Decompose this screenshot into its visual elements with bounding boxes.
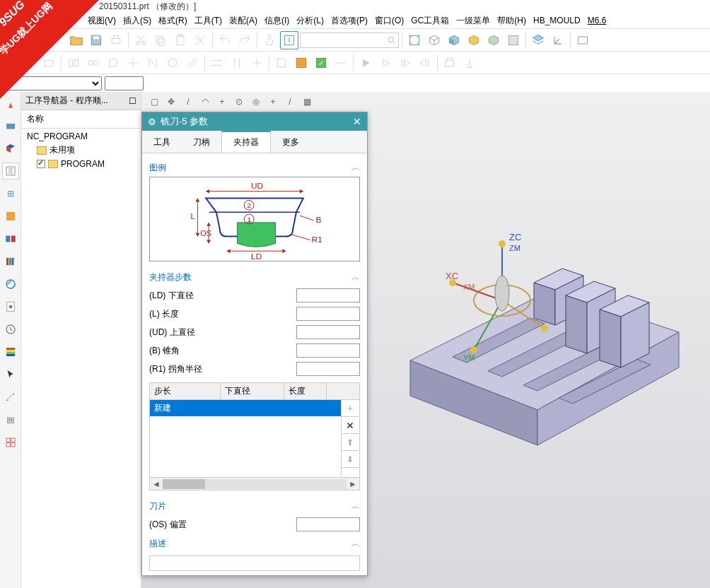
op1-icon[interactable] [0,54,18,72]
vtool-select-icon[interactable]: ▢ [147,95,161,109]
menu-prefs[interactable]: 首选项(P) [328,13,371,28]
postprocess-icon[interactable]: ✓ [312,54,330,72]
command-finder-icon[interactable]: i [280,31,298,49]
tree-item-program[interactable]: PROGRAM [24,158,138,170]
rail-machine-icon[interactable] [2,117,19,134]
redo-icon[interactable] [235,31,254,49]
copy-icon[interactable] [151,31,170,49]
nav-pin-icon[interactable]: ☐ [129,96,136,106]
touch-icon[interactable] [260,31,279,49]
param-l-input[interactable] [296,307,360,321]
section-blade[interactable]: 刀片 ︿ [149,496,360,515]
nav-column-header[interactable]: 名称 [21,110,141,129]
op8-icon[interactable] [144,54,162,72]
rail-history-icon[interactable] [2,230,19,247]
menu-analysis[interactable]: 分析(L) [293,13,327,28]
steps-grid-body[interactable]: 新建 [150,400,341,477]
description-input[interactable] [149,555,360,571]
open-icon[interactable] [67,31,86,49]
grid-up-button[interactable]: ⬆ [342,434,359,451]
rail-geometry-icon[interactable] [2,140,19,157]
fit-icon[interactable] [405,31,424,49]
rail-nav-icon[interactable] [2,95,19,112]
layer-icon[interactable] [529,31,547,49]
op6-icon[interactable] [104,54,122,72]
rendered-icon[interactable] [465,31,483,49]
grid-add-button[interactable] [342,400,359,417]
op10-icon[interactable] [183,54,202,72]
op5-icon[interactable] [84,54,103,72]
background-icon[interactable] [504,31,523,49]
nav-tree[interactable]: NC_PROGRAM 未用项 PROGRAM [21,129,141,172]
save-icon[interactable] [87,31,105,49]
verify-icon[interactable] [292,54,310,72]
op12-icon[interactable] [228,54,246,72]
close-icon[interactable]: ✕ [353,116,361,127]
rail-robot-icon[interactable] [2,411,19,428]
rail-clock-icon[interactable] [2,321,19,338]
section-legend[interactable]: 图例 ︿ [149,158,360,177]
menu-window[interactable]: 窗口(O) [372,13,407,28]
command-search-input[interactable] [301,36,385,45]
op14-icon[interactable] [272,54,291,72]
tab-more[interactable]: 更多 [271,131,310,153]
op13-icon[interactable] [248,54,266,72]
param-os-input[interactable] [296,517,360,531]
print-icon[interactable] [107,31,125,49]
rail-doc-icon[interactable] [2,298,19,315]
menu-gctoolbox[interactable]: GC工具箱 [408,13,452,28]
menu-m66[interactable]: M6.6 [585,14,610,27]
menu-info[interactable]: 信息(I) [262,13,292,28]
play3-icon[interactable] [396,54,414,72]
op11-icon[interactable] [208,54,226,72]
play-icon[interactable] [356,54,375,72]
play2-icon[interactable] [376,54,395,72]
scroll-right-icon[interactable]: ► [347,479,359,489]
vtool-pan-icon[interactable]: ✥ [164,95,178,109]
command-search[interactable] [300,33,399,48]
grid-row-new[interactable]: 新建 [150,400,341,416]
rail-tree-icon[interactable]: ⊞ [2,185,19,202]
filter-select[interactable] [3,76,102,90]
col-ld[interactable]: 下直径 [221,383,284,399]
vtool-cross-icon[interactable]: + [266,95,280,109]
menu-assembly[interactable]: 装配(A) [226,13,260,28]
cut-icon[interactable] [132,31,150,49]
wireframe-icon[interactable] [425,31,443,49]
delete-icon[interactable] [191,31,209,49]
menu-level1[interactable]: 一级菜单 [453,13,493,28]
rail-program-icon[interactable] [2,163,19,180]
paste-icon[interactable] [171,31,190,49]
vtool-line-icon[interactable]: / [181,95,195,109]
menu-tools[interactable]: 工具(T) [192,13,225,28]
tab-tool[interactable]: 工具 [142,131,182,153]
undo-icon[interactable] [216,31,234,49]
vtool-slash-icon[interactable]: / [283,95,297,109]
rail-grid-icon[interactable] [2,434,19,451]
tree-root[interactable]: NC_PROGRAM [24,130,138,143]
vtool-arc-icon[interactable]: ◠ [198,95,212,109]
col-step[interactable]: 步长 [150,383,221,399]
op4-icon[interactable] [64,54,83,72]
shaded-icon[interactable] [445,31,463,49]
scroll-left-icon[interactable]: ◄ [150,479,163,489]
wcs-icon[interactable] [549,31,567,49]
param-r1-input[interactable] [296,362,360,376]
tree-item-unused[interactable]: 未用项 [24,143,138,158]
op7-icon[interactable] [124,54,142,72]
more1-icon[interactable] [574,31,592,49]
search-icon[interactable] [385,35,398,45]
param-ud-input[interactable] [296,325,360,339]
menu-help[interactable]: 帮助(H) [494,13,529,28]
tab-shank[interactable]: 刀柄 [182,131,221,153]
grid-hscrollbar[interactable]: ◄ ► [149,478,360,490]
filter-scope-input[interactable] [105,76,144,90]
menu-insert[interactable]: 插入(S) [120,13,154,28]
rail-measure-icon[interactable] [2,389,19,406]
vtool-target-icon[interactable]: ◎ [249,95,263,109]
machine-icon[interactable] [441,54,459,72]
col-len[interactable]: 长度 [284,383,327,399]
rail-cursor-icon[interactable] [2,366,19,383]
rail-books-icon[interactable] [2,253,19,270]
play4-icon[interactable] [416,54,434,72]
